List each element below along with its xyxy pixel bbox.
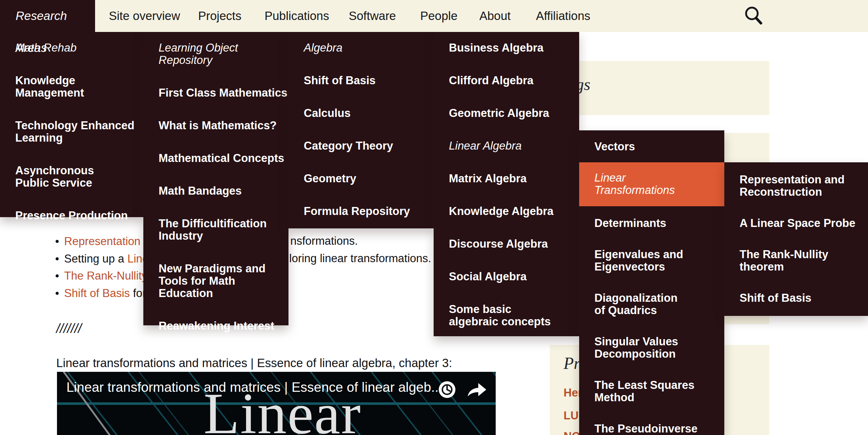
dropdown-column-linear-algebra: Vectors Linear Transformations Determina… xyxy=(579,130,724,435)
menu-item[interactable]: Formula Repository xyxy=(304,205,434,218)
bullet-item: •Setting up a Line xyxy=(55,252,149,266)
topnav-item-research-areas[interactable]: Research Areas xyxy=(0,0,95,32)
menu-item[interactable]: Shift of Basis xyxy=(304,74,434,87)
dropdown-column-math-rehab: Learning Object Repository First Class M… xyxy=(143,32,288,325)
menu-item[interactable]: Discourse Algebra xyxy=(449,238,579,250)
menu-item-active[interactable]: Linear Transformations xyxy=(579,162,724,206)
watch-later-icon[interactable] xyxy=(439,381,455,398)
bullet-item: •Representation a xyxy=(55,234,150,249)
menu-item[interactable]: New Paradigms and Tools for Math Educati… xyxy=(159,263,288,300)
menu-item[interactable]: Algebra xyxy=(304,42,434,54)
topnav-item-site-overview[interactable]: Site overview xyxy=(109,0,180,32)
menu-item[interactable]: Asynchronous Public Service xyxy=(15,164,143,189)
menu-item[interactable]: Presence Production xyxy=(15,210,143,222)
bullet-link[interactable]: Representation a xyxy=(64,235,150,248)
bullet-text-fragment: loring linear transformations. xyxy=(289,252,431,265)
menu-item[interactable]: Learning Object Repository xyxy=(159,42,288,66)
top-navigation-bar: Research Areas Site overview Projects Pu… xyxy=(0,0,868,32)
menu-item[interactable]: What is Mathematics? xyxy=(159,119,288,132)
menu-item[interactable]: Matrix Algebra xyxy=(449,172,579,185)
video-title-link[interactable]: Linear transformations and matrices | Es… xyxy=(66,380,442,395)
menu-item[interactable]: The Rank-Nullity theorem xyxy=(740,248,868,273)
menu-item[interactable]: Vectors xyxy=(594,141,724,153)
menu-item[interactable]: Category Theory xyxy=(304,140,434,152)
bullet-text: Setting up a xyxy=(64,252,127,265)
menu-item[interactable]: Business Algebra xyxy=(449,42,579,54)
menu-item[interactable]: A Linear Space Probe xyxy=(740,217,868,229)
search-icon[interactable] xyxy=(742,4,766,28)
menu-item[interactable]: The Least Squares Method xyxy=(594,379,724,404)
menu-item[interactable]: Geometric Algebra xyxy=(449,107,579,119)
dropdown-column-learning-object-repository: Algebra Shift of Basis Calculus Category… xyxy=(288,32,434,228)
video-section-heading: Linear transformations and matrices | Es… xyxy=(56,356,452,370)
topnav-item-people[interactable]: People xyxy=(420,0,458,32)
menu-item[interactable]: First Class Mathematics xyxy=(159,87,288,99)
menu-item[interactable]: Knowledge Management xyxy=(15,74,143,99)
menu-item[interactable]: Linear Algebra xyxy=(449,140,579,152)
menu-item[interactable]: Technology Enhanced Learning xyxy=(15,119,143,144)
bullet-link[interactable]: Shift of Basis xyxy=(64,287,130,300)
menu-item[interactable]: Reawakening Interest xyxy=(159,320,288,332)
dropdown-column-algebra: Business Algebra Clifford Algebra Geomet… xyxy=(434,32,579,336)
menu-item[interactable]: Mathematical Concepts xyxy=(159,152,288,164)
menu-item[interactable]: The Difficultification Industry xyxy=(159,218,288,242)
bullet-marker: • xyxy=(55,287,59,300)
bullet-marker: • xyxy=(55,235,59,248)
youtube-video-embed[interactable]: Linear Linear transformations and matric… xyxy=(57,372,496,435)
menu-item[interactable]: Determinants xyxy=(594,217,724,229)
project-link-fragment[interactable]: NO xyxy=(564,430,581,435)
divider-slashes: /////// xyxy=(56,321,82,336)
bullet-text-fragment: nsformations. xyxy=(290,235,358,248)
menu-item[interactable]: Geometry xyxy=(304,172,434,185)
menu-item[interactable]: Representation and Reconstruction xyxy=(740,174,868,198)
bullet-item: •Shift of Basis for a xyxy=(55,286,155,301)
menu-item[interactable]: Eigenvalues and Eigenvectors xyxy=(594,248,724,273)
menu-item[interactable]: Calculus xyxy=(304,107,434,119)
topnav-item-affiliations[interactable]: Affiliations xyxy=(536,0,590,32)
dropdown-column-linear-transformations: Representation and Reconstruction A Line… xyxy=(724,162,868,316)
menu-item[interactable]: Some basic algebraic concepts xyxy=(449,303,579,328)
topnav-item-about[interactable]: About xyxy=(479,0,511,32)
menu-item[interactable]: Clifford Algebra xyxy=(449,74,579,87)
menu-item[interactable]: Diagonalization of Quadrics xyxy=(594,292,724,317)
bullet-marker: • xyxy=(55,269,59,282)
bullet-link[interactable]: The Rank-Nullity xyxy=(64,269,147,282)
bullet-item: •The Rank-Nullity xyxy=(55,269,147,283)
topnav-item-projects[interactable]: Projects xyxy=(198,0,241,32)
menu-item[interactable]: Shift of Basis xyxy=(740,292,868,304)
topnav-item-software[interactable]: Software xyxy=(349,0,396,32)
topnav-item-publications[interactable]: Publications xyxy=(265,0,329,32)
menu-item[interactable]: Knowledge Algebra xyxy=(449,205,579,218)
bullet-marker: • xyxy=(55,252,59,265)
menu-item[interactable]: Singular Values Decomposition xyxy=(594,336,724,360)
menu-item[interactable]: Social Algebra xyxy=(449,271,579,283)
page: gs Pro Her LUI NO •Representation a nsfo… xyxy=(0,0,868,435)
menu-item[interactable]: The Pseudoinverse xyxy=(594,423,724,435)
share-icon[interactable] xyxy=(466,381,487,398)
menu-item[interactable]: Math Bandages xyxy=(159,185,288,197)
